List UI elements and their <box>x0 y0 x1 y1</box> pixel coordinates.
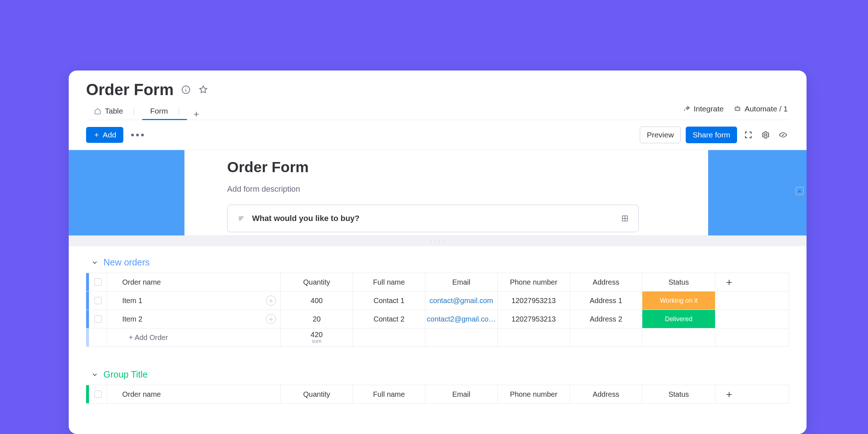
open-item-icon[interactable]: ＋ <box>266 295 276 306</box>
col-quantity[interactable]: Quantity <box>281 273 353 291</box>
cell-address[interactable]: Address 2 <box>570 310 642 328</box>
row-checkbox[interactable] <box>89 310 107 328</box>
home-icon <box>94 107 101 115</box>
sum-value: 420 <box>311 331 323 339</box>
tab-form[interactable]: Form <box>142 102 187 120</box>
info-icon[interactable] <box>181 85 191 95</box>
page-title: Order Form <box>86 81 174 99</box>
col-order-name[interactable]: Order name <box>107 385 281 403</box>
more-options-button[interactable]: ••• <box>131 130 145 140</box>
svg-point-1 <box>186 88 186 88</box>
eye-with-check-icon[interactable] <box>777 129 789 141</box>
form-question-card[interactable]: What would you like to buy? <box>227 205 639 232</box>
add-button[interactable]: Add <box>86 127 123 143</box>
table-header-row: Order name Quantity Full name Email Phon… <box>86 273 789 292</box>
robot-icon <box>733 105 742 113</box>
svg-point-4 <box>736 109 737 109</box>
tab-list: Table Form + <box>86 102 205 120</box>
expand-icon[interactable] <box>742 129 754 141</box>
group-title[interactable]: New orders <box>103 257 150 268</box>
tab-label: Table <box>105 107 123 115</box>
col-address[interactable]: Address <box>570 385 642 403</box>
add-column-button[interactable]: ＋ <box>715 273 743 291</box>
cell-order-name[interactable]: Item 1＋ <box>107 292 281 310</box>
orders-table: Order name Quantity Full name Email Phon… <box>86 273 789 347</box>
automate-button[interactable]: Automate / 1 <box>733 105 788 113</box>
cell-full-name[interactable]: Contact 2 <box>353 310 425 328</box>
form-header-image-right <box>708 150 807 235</box>
svg-rect-3 <box>735 107 740 110</box>
table-summary-row: + Add Order 420sum <box>86 328 789 346</box>
chevron-down-icon <box>91 371 98 378</box>
col-email[interactable]: Email <box>425 273 498 291</box>
cell-phone[interactable]: 12027953213 <box>498 310 570 328</box>
col-phone[interactable]: Phone number <box>498 385 570 403</box>
cell-email[interactable]: contact@gmail.com <box>425 292 498 310</box>
group-toggle[interactable]: New orders <box>86 257 789 268</box>
cell-address[interactable]: Address 1 <box>570 292 642 310</box>
integrate-button[interactable]: Integrate <box>683 105 724 113</box>
select-all-checkbox[interactable] <box>89 385 107 403</box>
table-row[interactable]: Item 2＋ 20 Contact 2 contact2@gmail.co… … <box>86 310 789 328</box>
svg-point-5 <box>738 109 739 109</box>
table-row[interactable]: Item 1＋ 400 Contact 1 contact@gmail.com … <box>86 292 789 310</box>
col-phone[interactable]: Phone number <box>498 273 570 291</box>
cell-status[interactable]: Delivered <box>642 310 715 328</box>
cell-status[interactable]: Working on it <box>642 292 715 310</box>
col-order-name[interactable]: Order name <box>107 273 281 291</box>
plug-icon <box>683 105 691 113</box>
grid-icon[interactable] <box>621 214 629 222</box>
form-question-text: What would you like to buy? <box>252 214 359 223</box>
preview-button[interactable]: Preview <box>640 127 681 143</box>
star-icon[interactable] <box>198 85 208 95</box>
form-header-image-left <box>69 150 184 235</box>
automate-label: Automate / 1 <box>745 105 788 113</box>
add-row-button[interactable]: + Add Order <box>107 328 281 346</box>
add-label: Add <box>103 131 116 139</box>
chevron-down-icon <box>91 259 98 266</box>
cell-quantity[interactable]: 20 <box>281 310 353 328</box>
table-header-row: Order name Quantity Full name Email Phon… <box>86 385 789 403</box>
plus-icon <box>93 132 100 138</box>
form-title[interactable]: Order Form <box>227 159 697 176</box>
share-form-button[interactable]: Share form <box>686 127 737 143</box>
gear-icon[interactable] <box>760 129 772 141</box>
cell-email[interactable]: contact2@gmail.co… <box>425 310 498 328</box>
sum-label: sum <box>312 339 321 344</box>
group-toggle[interactable]: Group Title <box>86 369 789 380</box>
col-full-name[interactable]: Full name <box>353 385 425 403</box>
integrate-label: Integrate <box>694 105 724 113</box>
cell-phone[interactable]: 12027953213 <box>498 292 570 310</box>
text-field-icon <box>237 215 246 222</box>
drag-handle[interactable]: : : : : <box>69 235 807 246</box>
add-column-button[interactable]: ＋ <box>715 385 743 403</box>
group-title[interactable]: Group Title <box>103 369 148 380</box>
cell-full-name[interactable]: Contact 1 <box>353 292 425 310</box>
col-full-name[interactable]: Full name <box>353 273 425 291</box>
col-address[interactable]: Address <box>570 273 642 291</box>
add-view-button[interactable]: + <box>187 109 205 120</box>
tab-label: Form <box>150 107 168 115</box>
tab-table[interactable]: Table <box>86 102 142 120</box>
cell-quantity[interactable]: 400 <box>281 292 353 310</box>
col-status[interactable]: Status <box>642 385 715 403</box>
form-description[interactable]: Add form description <box>227 184 697 194</box>
row-checkbox[interactable] <box>89 292 107 310</box>
col-status[interactable]: Status <box>642 273 715 291</box>
orders-table: Order name Quantity Full name Email Phon… <box>86 385 789 404</box>
caret-up-icon[interactable] <box>796 187 804 195</box>
open-item-icon[interactable]: ＋ <box>266 314 276 324</box>
cell-order-name[interactable]: Item 2＋ <box>107 310 281 328</box>
svg-point-9 <box>765 134 767 136</box>
col-email[interactable]: Email <box>425 385 498 403</box>
select-all-checkbox[interactable] <box>89 273 107 291</box>
col-quantity[interactable]: Quantity <box>281 385 353 403</box>
